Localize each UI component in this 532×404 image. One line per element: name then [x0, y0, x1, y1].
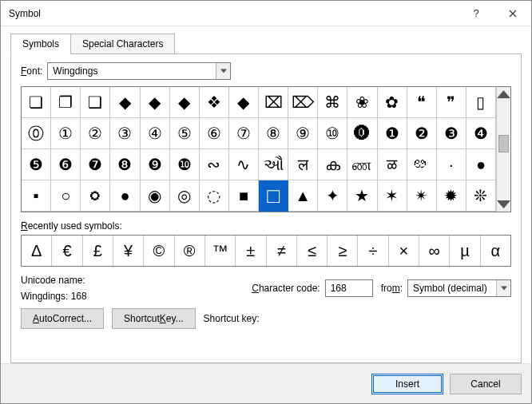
recent-symbol-cell[interactable]: ™: [205, 236, 236, 266]
close-button[interactable]: [494, 1, 531, 26]
symbol-cell[interactable]: ▪: [22, 180, 51, 212]
symbol-cell[interactable]: ❞: [437, 87, 466, 118]
symbol-cell[interactable]: ①: [51, 118, 81, 149]
symbol-cell[interactable]: ⓿: [347, 118, 377, 149]
symbol-cell[interactable]: ●: [466, 149, 496, 180]
symbol-cell[interactable]: ⭘: [81, 180, 110, 212]
symbol-cell[interactable]: ■: [229, 180, 259, 212]
recent-symbol-cell[interactable]: €: [52, 236, 82, 266]
recent-symbol-cell[interactable]: ©: [144, 236, 174, 266]
symbol-cell[interactable]: ✿: [378, 87, 407, 118]
cancel-button[interactable]: Cancel: [450, 374, 522, 394]
symbol-cell[interactable]: ❐: [51, 87, 81, 118]
insert-button[interactable]: Insert: [371, 374, 443, 394]
symbol-cell[interactable]: ★: [347, 180, 377, 212]
symbol-cell[interactable]: ❾: [141, 149, 170, 180]
symbol-cell[interactable]: ❖: [200, 87, 229, 118]
symbol-cell[interactable]: ക: [318, 149, 347, 180]
symbol-cell[interactable]: ❹: [466, 118, 496, 149]
symbol-cell[interactable]: ❷: [407, 118, 437, 149]
from-dropdown-button[interactable]: [496, 280, 510, 296]
symbol-cell[interactable]: ❏: [22, 87, 51, 118]
symbol-cell[interactable]: ✹: [437, 180, 466, 212]
char-code-input[interactable]: [325, 279, 373, 297]
scrollbar[interactable]: [496, 87, 510, 212]
chevron-down-icon: [501, 286, 507, 291]
symbol-cell[interactable]: ❺: [22, 149, 51, 180]
symbol-cell[interactable]: ⌘: [318, 87, 347, 118]
from-combo[interactable]: Symbol (decimal): [407, 279, 511, 297]
tab-special-characters[interactable]: Special Characters: [70, 34, 175, 54]
symbol-cell[interactable]: ○: [51, 180, 81, 212]
autocorrect-button[interactable]: AutoCorrect...: [21, 308, 104, 329]
symbol-cell[interactable]: ઔ: [259, 149, 288, 180]
symbol-cell[interactable]: ⑧: [259, 118, 288, 149]
symbol-cell[interactable]: ⑥: [200, 118, 229, 149]
recent-symbol-cell[interactable]: £: [83, 236, 113, 266]
symbol-cell[interactable]: ⑦: [229, 118, 259, 149]
symbol-cell[interactable]: ●: [110, 180, 140, 212]
recent-symbol-cell[interactable]: ≠: [267, 236, 297, 266]
recent-symbol-cell[interactable]: ¥: [113, 236, 144, 266]
symbol-grid-container: ❏❐❑◆◆◆❖◆⌧⌦⌘❀✿❝❞▯⓪①②③④⑤⑥⑦⑧⑨⑩⓿❶❷❸❹❺❻❼❽❾❿∾∿…: [21, 86, 511, 212]
recent-symbol-cell[interactable]: µ: [450, 236, 480, 266]
recent-symbol-cell[interactable]: ∞: [419, 236, 450, 266]
symbol-cell[interactable]: ❻: [51, 149, 81, 180]
recent-symbol-cell[interactable]: α: [481, 236, 510, 266]
symbol-cell[interactable]: ◎: [170, 180, 200, 212]
help-button[interactable]: ?: [458, 1, 494, 26]
symbol-cell[interactable]: ✶: [378, 180, 407, 212]
symbol-cell[interactable]: ◉: [141, 180, 170, 212]
symbol-cell[interactable]: ∿: [229, 149, 259, 180]
symbol-cell[interactable]: ळ: [378, 149, 407, 180]
symbol-cell[interactable]: ❼: [81, 149, 110, 180]
recent-symbol-cell[interactable]: ≥: [328, 236, 358, 266]
shortcut-key-button[interactable]: Shortcut Key...: [112, 308, 196, 329]
symbol-cell[interactable]: ⓪: [22, 118, 51, 149]
symbol-cell[interactable]: ❝: [407, 87, 437, 118]
symbol-cell[interactable]: ▲: [288, 180, 318, 212]
symbol-cell[interactable]: ఴ: [407, 149, 437, 180]
symbol-cell[interactable]: ண: [347, 149, 377, 180]
symbol-cell[interactable]: ⑤: [170, 118, 200, 149]
symbol-cell[interactable]: ❊: [466, 180, 496, 212]
recent-symbol-cell[interactable]: ÷: [358, 236, 388, 266]
scroll-thumb[interactable]: [498, 135, 509, 152]
symbol-cell[interactable]: ✴: [407, 180, 437, 212]
scroll-up-button[interactable]: [497, 87, 510, 101]
symbol-cell[interactable]: □: [259, 180, 288, 212]
symbol-cell[interactable]: ③: [110, 118, 140, 149]
tab-symbols[interactable]: Symbols: [10, 34, 71, 54]
symbol-cell[interactable]: ◆: [141, 87, 170, 118]
scroll-down-button[interactable]: [497, 197, 510, 212]
symbol-cell[interactable]: ✦: [318, 180, 347, 212]
font-dropdown-button[interactable]: [216, 63, 230, 79]
symbol-cell[interactable]: ∾: [200, 149, 229, 180]
symbol-cell[interactable]: ◌: [200, 180, 229, 212]
recent-symbol-cell[interactable]: ×: [389, 236, 419, 266]
symbol-cell[interactable]: ❑: [81, 87, 110, 118]
symbol-cell[interactable]: ल: [288, 149, 318, 180]
symbol-cell[interactable]: ⑩: [318, 118, 347, 149]
symbol-cell[interactable]: ▯: [466, 87, 496, 118]
symbol-cell[interactable]: ⌧: [259, 87, 288, 118]
symbol-cell[interactable]: ◆: [229, 87, 259, 118]
symbol-cell[interactable]: ◆: [110, 87, 140, 118]
symbol-cell[interactable]: ❶: [378, 118, 407, 149]
scroll-track[interactable]: [497, 101, 510, 197]
symbol-cell[interactable]: ❀: [347, 87, 377, 118]
recent-symbol-cell[interactable]: ≤: [297, 236, 328, 266]
symbol-cell[interactable]: ②: [81, 118, 110, 149]
symbol-cell[interactable]: ·: [437, 149, 466, 180]
symbol-cell[interactable]: ❿: [170, 149, 200, 180]
recent-symbol-cell[interactable]: ®: [175, 236, 205, 266]
symbol-cell[interactable]: ❽: [110, 149, 140, 180]
symbol-cell[interactable]: ⑨: [288, 118, 318, 149]
recent-symbol-cell[interactable]: ±: [236, 236, 266, 266]
symbol-cell[interactable]: ❸: [437, 118, 466, 149]
symbol-cell[interactable]: ⌦: [288, 87, 318, 118]
symbol-cell[interactable]: ④: [141, 118, 170, 149]
symbol-cell[interactable]: ◆: [170, 87, 200, 118]
recent-symbol-cell[interactable]: Δ: [22, 236, 52, 266]
font-combo[interactable]: Wingdings: [47, 62, 231, 80]
